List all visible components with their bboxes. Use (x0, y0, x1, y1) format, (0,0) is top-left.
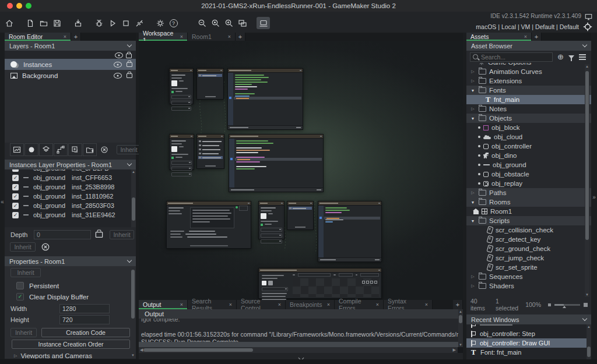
asset-tree-item-game-options[interactable]: Game Options (466, 63, 591, 67)
asset-tree-item-obj-obstacle[interactable]: obj_obstacle (466, 169, 591, 179)
add-asset-icon[interactable]: ⊕ (557, 53, 564, 61)
open-project-icon[interactable] (37, 17, 50, 29)
fullscreen-window-button[interactable] (26, 3, 31, 9)
asset-tree-scrollbar[interactable]: ▲▼ (585, 64, 589, 297)
recent-scrollbar[interactable]: ▲ (587, 324, 591, 359)
expander-right-icon[interactable]: ▷ (470, 274, 476, 279)
asset-tree-item-animation-curves[interactable]: ▷Animation Curves (466, 67, 591, 76)
tab-room-editor[interactable]: Room Editor × (5, 33, 71, 41)
collapse-left-icon[interactable]: « (0, 199, 5, 205)
recent-window-row-partial[interactable] (466, 324, 591, 329)
asset-tree-item-fnt-main[interactable]: Tfnt_main (466, 95, 591, 104)
asset-tree-item-scr-jump-check[interactable]: scr_jump_check (466, 253, 591, 263)
asset-search-input[interactable] (470, 52, 553, 62)
add-background-layer-icon[interactable] (10, 143, 24, 156)
visibility-all-icon[interactable] (115, 52, 123, 58)
scroll-left-icon[interactable]: ◀ (140, 348, 143, 352)
zoom-large-icon[interactable] (584, 303, 588, 307)
target-manager-icon[interactable] (583, 22, 592, 31)
asset-tree-item-obj-dino[interactable]: obj_dino (466, 151, 591, 160)
asset-tree-item-scr-ground-check[interactable]: scr_ground_check (466, 244, 591, 253)
window-code-editor-3[interactable] (318, 201, 382, 262)
window-object-editor-1[interactable] (169, 68, 194, 104)
laptop-workspace-icon[interactable] (257, 17, 270, 29)
window-object-editor-3[interactable] (258, 201, 285, 239)
checkbox-checked[interactable]: ✓ (12, 203, 19, 209)
window-events-3[interactable] (287, 201, 314, 230)
window-sprite-editor[interactable] (258, 268, 382, 299)
inherit-depth-button[interactable]: Inherit (110, 230, 134, 239)
height-input[interactable] (59, 315, 110, 324)
window-titlebar[interactable] (170, 135, 194, 139)
layer-row-background[interactable]: Background (5, 70, 136, 81)
menu-icon[interactable] (579, 56, 586, 58)
add-tab-button[interactable]: + (453, 300, 463, 309)
layers-header[interactable]: Layers - Room1 (5, 41, 136, 51)
close-tab-icon[interactable]: × (229, 302, 232, 308)
zoom-out-icon[interactable] (195, 17, 209, 29)
recent-window-row[interactable]: T Font: fnt_main (466, 348, 591, 357)
save-project-icon[interactable] (50, 17, 64, 29)
instance-row[interactable]: ✓ obj_ground inst_31EE9462 (5, 210, 136, 220)
instance-row[interactable]: ✓ obj_ground inst_28503F03 (5, 201, 136, 210)
add-layer-folder-icon[interactable] (83, 143, 97, 156)
asset-tree-item-paths[interactable]: ▷Paths (466, 188, 591, 197)
checkbox-checked[interactable]: ✓ (12, 193, 19, 200)
expander-down-icon[interactable]: ▼ (470, 200, 476, 204)
recent-window-row[interactable]: obj_controller: Step (466, 329, 591, 338)
output-hscrollbar[interactable]: ◀ ▶ (139, 347, 463, 353)
expander-right-icon[interactable]: ▷ (470, 69, 476, 74)
zoom-reset-icon[interactable] (209, 17, 222, 29)
close-tab-icon[interactable]: × (376, 302, 379, 308)
target-platform-text[interactable]: macOS | Local | VM | Default | Default (476, 23, 579, 30)
window-titlebar[interactable] (259, 268, 381, 273)
lock-icon[interactable] (96, 232, 103, 238)
inherit-layers-button[interactable]: Inherit (117, 145, 141, 154)
asset-tree-item-sequences[interactable]: ▷Sequences (466, 272, 591, 281)
close-tab-icon[interactable]: × (64, 34, 66, 40)
asset-tree-item-fonts[interactable]: ▼Fonts (466, 86, 591, 95)
output-vscrollbar[interactable]: ▲▼ (458, 309, 463, 347)
asset-tree-item-scr-collision-check[interactable]: scr_collision_check (466, 225, 591, 235)
windows-layout-icon[interactable] (236, 17, 249, 29)
add-asset-layer-icon[interactable] (39, 143, 53, 156)
tab-source-control[interactable]: Source Control × (237, 300, 286, 309)
close-tab-icon[interactable]: × (327, 302, 330, 308)
room-properties-header[interactable]: Properties - Room1 (5, 256, 136, 266)
minimize-window-button[interactable] (16, 3, 22, 9)
expander-right-icon[interactable]: ▷ (470, 79, 476, 83)
tab-assets[interactable]: Assets × (466, 33, 532, 41)
tab-workspace-1[interactable]: Workspace 1 × (139, 33, 188, 41)
depth-input[interactable] (34, 230, 91, 239)
instance-row[interactable]: ✓ obj_ground inst_CFF6653 (5, 173, 136, 182)
tab-syntax-errors[interactable]: Syntax Errors × (384, 300, 433, 309)
window-titlebar[interactable] (318, 202, 381, 206)
window-titlebar[interactable] (259, 202, 284, 206)
zoom-in-icon[interactable] (222, 17, 236, 29)
inherit-creation-button[interactable]: Inherit (10, 328, 37, 337)
checkbox-checked[interactable]: ✓ (12, 169, 19, 172)
filter-icon[interactable] (568, 55, 574, 59)
add-tab-button[interactable]: + (71, 33, 81, 41)
add-tab-button[interactable]: + (236, 33, 245, 41)
tab-room1[interactable]: Room1 × (188, 33, 236, 41)
window-titlebar[interactable] (287, 202, 313, 206)
inherit-room-button[interactable]: Inherit (10, 268, 41, 277)
stop-icon[interactable] (119, 17, 132, 29)
window-titlebar[interactable] (228, 69, 303, 73)
window-titlebar[interactable] (197, 135, 224, 139)
asset-tree-item-notes[interactable]: ▷Notes (466, 104, 591, 114)
asset-tree-item-rooms[interactable]: ▼Rooms (466, 197, 591, 207)
delete-layer-icon[interactable] (97, 143, 111, 156)
instance-row[interactable]: ✓ obj_ground inst_11810962 (5, 192, 136, 201)
clear-display-buffer-checkbox[interactable]: ✓ (16, 293, 24, 301)
asset-tree-item-room1[interactable]: Room1 (466, 207, 591, 216)
asset-tree-item-obj-ground[interactable]: obj_ground (466, 160, 591, 169)
instance-creation-order-button[interactable]: Instance Creation Order (12, 340, 130, 349)
asset-tree-item-obj-controller[interactable]: obj_controller (466, 142, 591, 151)
checkbox-checked[interactable]: ✓ (12, 212, 19, 218)
tab-breakpoints[interactable]: Breakpoints × (286, 300, 335, 309)
scroll-right-icon[interactable]: ▶ (453, 348, 456, 352)
close-tab-icon[interactable]: × (524, 34, 527, 40)
add-path-layer-icon[interactable] (54, 143, 68, 156)
